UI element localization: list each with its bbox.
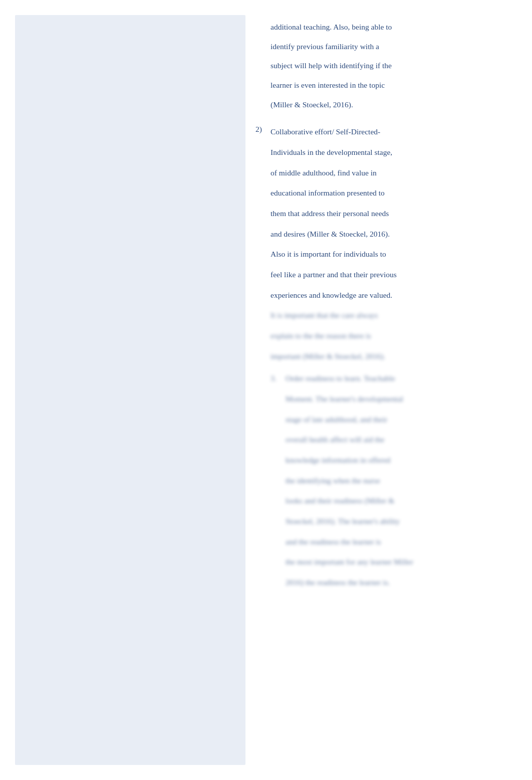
item2-para-8: experiences and knowledge are valued. xyxy=(271,288,517,303)
blurred2-line8: and the readiness the learner is xyxy=(286,535,413,549)
blurred2-line9: the most important for any learner Mille… xyxy=(286,555,413,569)
page-container: additional teaching. Also, being able to… xyxy=(0,0,532,780)
content-area: additional teaching. Also, being able to… xyxy=(0,0,532,780)
top-line-3: subject will help with identifying if th… xyxy=(271,59,517,73)
item2-para-7: feel like a partner and that their previ… xyxy=(271,268,517,282)
left-panel xyxy=(15,15,245,765)
item2-para-2: of middle adulthood, find value in xyxy=(271,166,517,180)
blurred2-line7: Stoeckel, 2016). The learner's ability xyxy=(286,514,413,529)
item-content-2: Collaborative effort/ Self-Directed- Ind… xyxy=(271,125,517,590)
right-panel: additional teaching. Also, being able to… xyxy=(245,15,532,765)
numbered-list: 2) Collaborative effort/ Self-Directed- … xyxy=(255,125,517,598)
blurred2-line4: knowledge information in offered xyxy=(286,453,413,468)
blurred-section-1: It is important that the care always exp… xyxy=(271,308,517,363)
blurred1-line2: explain to the the reason there is xyxy=(271,329,517,343)
top-line-4: learner is even interested in the topic xyxy=(271,78,517,93)
item2-para-3: educational information presented to xyxy=(271,186,517,201)
list-item-2: 2) Collaborative effort/ Self-Directed- … xyxy=(255,125,517,590)
item2-title: Collaborative effort/ Self-Directed- xyxy=(271,125,517,139)
item2-para-6: Also it is important for individuals to xyxy=(271,247,517,262)
blurred-section-2: 3. Order readiness to learn. Teachable M… xyxy=(271,371,517,590)
blurred2-line3: overall health affect will aid the xyxy=(286,433,413,447)
top-line-2: identify previous familiarity with a xyxy=(271,40,517,54)
top-line-1: additional teaching. Also, being able to xyxy=(271,20,517,35)
blurred2-title: Order readiness to learn. Teachable xyxy=(286,371,413,386)
item2-para-5: and desires (Miller & Stoeckel, 2016). xyxy=(271,227,517,242)
blurred-item-3-content: Order readiness to learn. Teachable Mome… xyxy=(286,371,413,590)
blurred2-line1: Moment. The learner's developmental xyxy=(286,392,413,407)
blurred1-line1: It is important that the care always xyxy=(271,308,517,323)
item2-para-4: them that address their personal needs xyxy=(271,207,517,221)
blurred2-line6: looks and their readiness (Miller & xyxy=(286,494,413,508)
blurred1-line3: important (Miller & Stoeckel, 2016). xyxy=(271,349,517,364)
item2-para-1: Individuals in the developmental stage, xyxy=(271,145,517,160)
blurred2-line2: stage of late adulthood, and their xyxy=(286,413,413,427)
item-number-2: 2) xyxy=(255,125,271,590)
blurred2-line10: 2016) the readiness the learner is. xyxy=(286,575,413,590)
blurred-item-number-3: 3. xyxy=(271,371,286,590)
blurred2-line5: the identifying when the nurse xyxy=(286,474,413,488)
top-line-5: (Miller & Stoeckel, 2016). xyxy=(271,98,517,112)
top-text-block: additional teaching. Also, being able to… xyxy=(255,20,517,117)
